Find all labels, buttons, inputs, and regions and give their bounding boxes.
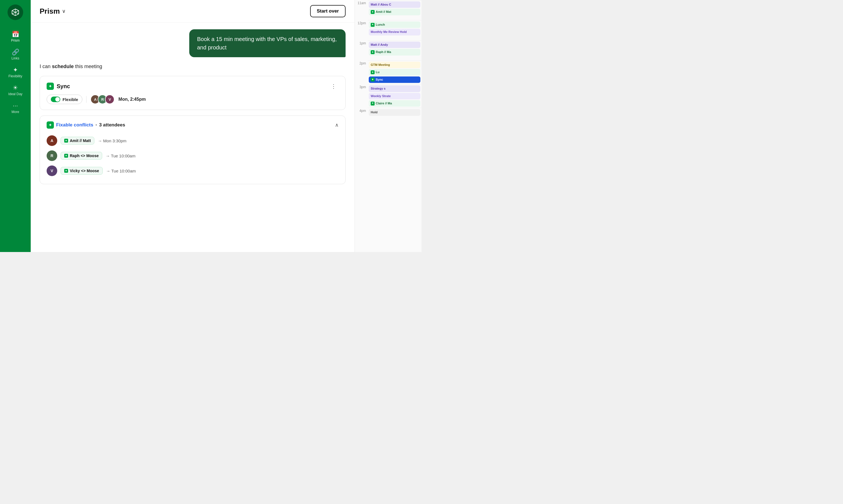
cal-event[interactable]: ✦ Claire // Ma bbox=[369, 100, 420, 107]
avatar-3: V bbox=[105, 95, 114, 104]
links-icon: 🔗 bbox=[12, 49, 19, 55]
cal-row-11am: 11am Matt // Abou C ✦ Amit // Mat bbox=[355, 0, 422, 20]
app-logo[interactable] bbox=[7, 4, 23, 20]
chevron-up-icon[interactable]: ∧ bbox=[335, 122, 339, 128]
cal-event[interactable]: Matt // Andy bbox=[369, 41, 420, 48]
ai-intro-prefix: I can bbox=[40, 64, 52, 69]
cal-events-2pm: GTM Meeting ✦ Lu ✦ Sync bbox=[367, 60, 422, 84]
cal-event[interactable]: ✦ Lunch bbox=[369, 21, 420, 28]
sidebar-item-label: More bbox=[12, 110, 19, 114]
more-icon: ··· bbox=[13, 103, 18, 109]
cal-time-2pm: 2pm bbox=[355, 60, 367, 65]
event-green-icon: ✦ bbox=[371, 23, 375, 27]
cal-time-1pm: 1pm bbox=[355, 40, 367, 45]
sidebar-item-label: Flexibility bbox=[8, 74, 22, 78]
cal-events-4pm: Hold bbox=[367, 108, 422, 128]
conflict-green-icon-1: ✦ bbox=[64, 139, 68, 143]
conflict-avatar-raph: R bbox=[47, 150, 57, 161]
main-header: Prism ∨ Start over bbox=[31, 0, 355, 23]
cal-events-12pm: ✦ Lunch Monthly Me Review Hold bbox=[367, 20, 422, 40]
flexible-badge[interactable]: Flexible bbox=[47, 95, 82, 104]
cal-events-1pm: Matt // Andy ✦ Raph // Ma bbox=[367, 40, 422, 60]
main-content: Prism ∨ Start over Book a 15 min meeting… bbox=[31, 0, 355, 252]
sidebar-item-prism[interactable]: 📅 Prism bbox=[0, 28, 31, 46]
chevron-down-icon: ∨ bbox=[62, 8, 66, 14]
conflicts-card: ✦ Fixable conflicts · 3 attendees ∧ A ✦ … bbox=[40, 115, 345, 184]
sidebar-item-flexibility[interactable]: ✦ Flexibility bbox=[0, 64, 31, 82]
cal-time-3pm: 3pm bbox=[355, 84, 367, 89]
cal-event[interactable]: Weekly Strate bbox=[369, 93, 420, 100]
conflict-reschedule-2: → Tue 10:00am bbox=[106, 154, 136, 158]
sidebar-item-label: Links bbox=[12, 56, 19, 60]
cal-event[interactable]: ✦ Amit // Mat bbox=[369, 8, 420, 15]
prism-icon: 📅 bbox=[12, 31, 19, 37]
sidebar: 📅 Prism 🔗 Links ✦ Flexibility ☀ Ideal Da… bbox=[0, 0, 31, 252]
cal-time-12pm: 12pm bbox=[355, 20, 367, 25]
fixable-label: Fixable conflicts bbox=[56, 122, 93, 128]
cal-event-sync[interactable]: ✦ Sync bbox=[369, 76, 420, 83]
flexibility-icon: ✦ bbox=[13, 67, 18, 73]
calendar-body: 11am Matt // Abou C ✦ Amit // Mat 12pm ✦… bbox=[355, 0, 422, 252]
conflicts-card-header: ✦ Fixable conflicts · 3 attendees ∧ bbox=[47, 121, 339, 129]
cal-event[interactable]: Monthly Me Review Hold bbox=[369, 29, 420, 35]
conflict-row: A ✦ Amit // Matt → Mon 3:30pm bbox=[47, 133, 339, 148]
sidebar-item-ideal-day[interactable]: ☀ Ideal Day bbox=[0, 82, 31, 100]
sync-green-icon: ✦ bbox=[47, 83, 54, 90]
cal-event[interactable]: ✦ Raph // Ma bbox=[369, 49, 420, 55]
conflict-avatar-amit: A bbox=[47, 136, 57, 146]
app-title-row[interactable]: Prism ∨ bbox=[40, 7, 66, 16]
conflicts-title: ✦ Fixable conflicts · 3 attendees bbox=[47, 121, 125, 129]
ai-response-text: I can schedule this meeting bbox=[40, 63, 345, 70]
chat-area: Book a 15 min meeting with the VPs of sa… bbox=[31, 23, 355, 252]
ai-intro-bold: schedule bbox=[52, 64, 74, 69]
cal-row-1pm: 1pm Matt // Andy ✦ Raph // Ma bbox=[355, 40, 422, 60]
cal-event[interactable]: Hold bbox=[369, 109, 420, 115]
cal-event[interactable]: GTM Meeting bbox=[369, 62, 420, 68]
sidebar-item-more[interactable]: ··· More bbox=[0, 100, 31, 117]
sync-card-title: ✦ Sync bbox=[47, 83, 70, 90]
dot-separator: · bbox=[95, 122, 97, 128]
conflict-reschedule-1: → Mon 3:30pm bbox=[98, 139, 126, 143]
sidebar-item-links[interactable]: 🔗 Links bbox=[0, 46, 31, 64]
conflict-row: V ✦ Vicky <> Moose → Tue 10:00am bbox=[47, 163, 339, 178]
event-green-icon: ✦ bbox=[371, 70, 375, 74]
cal-events-11am: Matt // Abou C ✦ Amit // Mat bbox=[367, 0, 422, 20]
conflict-avatar-vicky: V bbox=[47, 165, 57, 176]
cal-event[interactable]: ✦ Lu bbox=[369, 69, 420, 75]
conflict-event-label-3: Vicky <> Moose bbox=[70, 168, 99, 173]
cal-row-3pm: 3pm Strategy s Weekly Strate ✦ Claire //… bbox=[355, 84, 422, 108]
cal-row-12pm: 12pm ✦ Lunch Monthly Me Review Hold bbox=[355, 20, 422, 40]
sync-card-row: Flexible A R V Mon, 2:45pm bbox=[47, 95, 339, 104]
flexible-toggle[interactable] bbox=[51, 96, 60, 102]
sync-card: ✦ Sync ⋮ Flexible A R V Mon, 2:45pm bbox=[40, 76, 345, 110]
cal-event[interactable]: Strategy s bbox=[369, 85, 420, 92]
event-green-icon: ✦ bbox=[371, 102, 375, 106]
event-green-icon: ✦ bbox=[371, 77, 375, 82]
ideal-day-icon: ☀ bbox=[13, 85, 18, 91]
conflict-green-icon-3: ✦ bbox=[64, 169, 68, 173]
start-over-button[interactable]: Start over bbox=[310, 5, 345, 17]
conflicts-icon: ✦ bbox=[47, 121, 54, 129]
sync-kebab-button[interactable]: ⋮ bbox=[328, 82, 339, 91]
cal-row-2pm: 2pm GTM Meeting ✦ Lu ✦ Sync bbox=[355, 60, 422, 84]
event-green-icon: ✦ bbox=[371, 10, 375, 14]
flexible-label: Flexible bbox=[62, 97, 78, 102]
user-message-bubble: Book a 15 min meeting with the VPs of sa… bbox=[189, 29, 345, 57]
attendees-count: 3 attendees bbox=[99, 122, 125, 128]
conflict-event-label-2: Raph <> Moose bbox=[70, 154, 98, 158]
conflict-green-icon-2: ✦ bbox=[64, 154, 68, 158]
conflict-reschedule-3: → Tue 10:00am bbox=[106, 168, 136, 173]
sidebar-item-label: Ideal Day bbox=[8, 92, 23, 96]
calendar-panel: 11am Matt // Abou C ✦ Amit // Mat 12pm ✦… bbox=[355, 0, 422, 252]
cal-time-11am: 11am bbox=[355, 0, 367, 5]
app-title: Prism bbox=[40, 7, 60, 16]
conflict-event-badge-3: ✦ Vicky <> Moose bbox=[60, 167, 103, 175]
attendee-avatars: A R V bbox=[90, 95, 114, 104]
cal-event[interactable]: Matt // Abou C bbox=[369, 1, 420, 8]
conflict-event-badge-1: ✦ Amit // Matt bbox=[60, 137, 94, 145]
sidebar-item-label: Prism bbox=[11, 38, 20, 42]
event-green-icon: ✦ bbox=[371, 50, 375, 54]
conflict-event-label-1: Amit // Matt bbox=[70, 139, 91, 143]
ai-intro-suffix: this meeting bbox=[74, 64, 102, 69]
meeting-time: Mon, 2:45pm bbox=[118, 97, 146, 102]
